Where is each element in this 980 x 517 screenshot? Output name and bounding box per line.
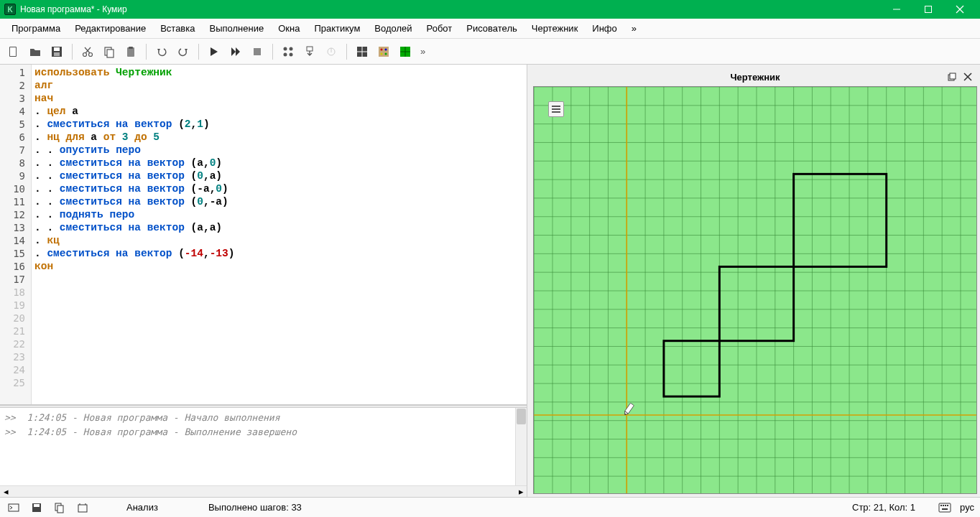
svg-rect-99 xyxy=(78,505,87,512)
menu-9[interactable]: Чертежник xyxy=(524,20,586,37)
maximize-button[interactable] xyxy=(912,0,944,19)
svg-point-9 xyxy=(83,52,87,56)
undo-button[interactable] xyxy=(152,42,171,61)
svg-rect-107 xyxy=(942,508,948,510)
run-button[interactable] xyxy=(205,42,223,61)
svg-point-20 xyxy=(284,52,287,56)
keyboard-icon[interactable] xyxy=(937,500,953,516)
svg-point-28 xyxy=(381,48,383,50)
svg-point-31 xyxy=(385,52,387,55)
menu-5[interactable]: Практикум xyxy=(307,20,367,37)
svg-rect-5 xyxy=(10,47,16,56)
window-title: Новая программа* - Кумир xyxy=(20,4,881,14)
drawer-panel-header: Чертежник xyxy=(533,67,977,86)
actor-painter-button[interactable] xyxy=(374,42,393,61)
copy-button[interactable] xyxy=(100,42,119,61)
svg-rect-1 xyxy=(925,6,932,13)
status-save-button[interactable] xyxy=(29,500,45,516)
minimize-button[interactable] xyxy=(881,0,912,19)
actor-drawer-button[interactable] xyxy=(396,42,415,61)
menu-8[interactable]: Рисователь xyxy=(459,20,524,37)
svg-point-21 xyxy=(290,52,293,56)
svg-rect-103 xyxy=(940,505,942,506)
status-clear-button[interactable] xyxy=(75,500,91,516)
svg-point-18 xyxy=(284,47,287,50)
open-file-button[interactable] xyxy=(26,42,45,61)
status-analysis: Анализ xyxy=(126,502,158,513)
titlebar: K Новая программа* - Кумир xyxy=(0,0,980,19)
svg-rect-22 xyxy=(307,47,313,51)
svg-point-29 xyxy=(385,48,387,50)
drawer-panel-title: Чертежник xyxy=(730,72,780,83)
svg-rect-102 xyxy=(939,503,951,512)
stop-button[interactable] xyxy=(248,42,267,61)
line-gutter: 1234567891011121314151617181920212223242… xyxy=(0,65,32,404)
svg-line-11 xyxy=(85,47,91,53)
scroll-right-icon[interactable]: ▸ xyxy=(515,486,527,498)
status-lang: рус xyxy=(960,502,974,513)
menu-4[interactable]: Окна xyxy=(271,20,307,37)
console-text: >> 1:24:05 - Новая программа - Начало вы… xyxy=(0,408,515,485)
drawer-canvas[interactable] xyxy=(533,86,977,494)
svg-rect-104 xyxy=(943,505,944,506)
svg-rect-14 xyxy=(107,50,114,57)
step-out-button[interactable] xyxy=(322,42,341,61)
svg-point-30 xyxy=(381,52,383,55)
svg-point-10 xyxy=(89,52,93,56)
svg-line-12 xyxy=(85,47,90,53)
toolbar: » xyxy=(0,39,980,65)
status-steps: Выполнено шагов: 33 xyxy=(208,502,302,513)
close-button[interactable] xyxy=(944,0,976,19)
canvas-menu-button[interactable] xyxy=(548,101,564,117)
menu-2[interactable]: Вставка xyxy=(153,20,202,37)
svg-rect-27 xyxy=(379,47,389,57)
menubar: ПрограммаРедактированиеВставкаВыполнение… xyxy=(0,19,980,39)
svg-rect-7 xyxy=(54,47,60,51)
code-editor[interactable]: 1234567891011121314151617181920212223242… xyxy=(0,65,527,405)
statusbar: Анализ Выполнено шагов: 33 Стр: 21, Кол:… xyxy=(0,497,980,517)
app-icon: K xyxy=(4,4,16,15)
panel-close-button[interactable] xyxy=(961,70,974,83)
output-console: >> 1:24:05 - Новая программа - Начало вы… xyxy=(0,408,527,485)
svg-rect-89 xyxy=(664,341,719,396)
panel-restore-button[interactable] xyxy=(946,70,958,83)
svg-rect-17 xyxy=(254,48,261,55)
svg-point-19 xyxy=(290,47,293,50)
actor-robot-button[interactable] xyxy=(353,42,371,61)
menu-7[interactable]: Робот xyxy=(420,20,460,37)
svg-rect-96 xyxy=(34,504,40,507)
new-file-button[interactable] xyxy=(4,42,23,61)
status-copy-button[interactable] xyxy=(52,500,68,516)
menu-1[interactable]: Редактирование xyxy=(68,20,153,37)
menu-10[interactable]: Инфо xyxy=(585,20,624,37)
paste-button[interactable] xyxy=(121,42,140,61)
svg-rect-106 xyxy=(947,505,948,506)
menu-6[interactable]: Водолей xyxy=(367,20,419,37)
svg-rect-8 xyxy=(54,52,60,56)
svg-rect-105 xyxy=(945,505,946,506)
cut-button[interactable] xyxy=(78,42,97,61)
toolbar-more[interactable]: » xyxy=(420,46,425,57)
menu-11[interactable]: » xyxy=(624,20,644,37)
svg-rect-98 xyxy=(57,506,63,513)
svg-rect-36 xyxy=(950,73,956,79)
menu-3[interactable]: Выполнение xyxy=(202,20,271,37)
console-scrollbar[interactable] xyxy=(515,408,527,485)
console-toggle-button[interactable] xyxy=(6,500,22,516)
scroll-left-icon[interactable]: ◂ xyxy=(0,486,11,498)
svg-rect-91 xyxy=(794,174,887,266)
svg-rect-94 xyxy=(9,504,19,511)
menu-0[interactable]: Программа xyxy=(4,20,68,37)
run-fast-button[interactable] xyxy=(226,42,245,61)
svg-rect-16 xyxy=(129,47,133,49)
save-file-button[interactable] xyxy=(47,42,66,61)
redo-button[interactable] xyxy=(174,42,193,61)
horizontal-scrollbar[interactable]: ◂ ▸ xyxy=(0,485,527,497)
status-position: Стр: 21, Кол: 1 xyxy=(852,502,915,513)
step-button[interactable] xyxy=(279,42,297,61)
code-area[interactable]: использовать Чертежникалгнач. цел а. сме… xyxy=(32,65,527,404)
step-into-button[interactable] xyxy=(300,42,319,61)
